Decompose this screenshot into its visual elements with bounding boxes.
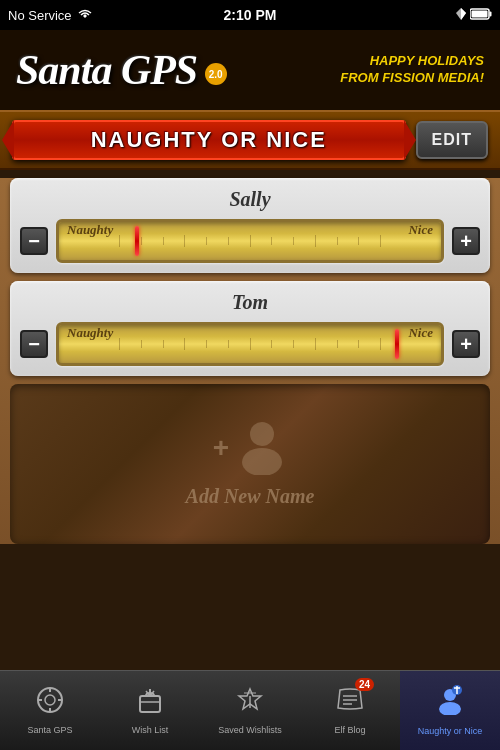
tab-naughty-or-nice[interactable]: Naughty or Nice	[400, 671, 500, 750]
tab-saved-wishlists[interactable]: Saved Wishlists	[200, 671, 300, 750]
person-name-sally: Sally	[10, 188, 490, 211]
add-plus-icon: +	[213, 432, 229, 464]
tab-bar: Santa GPS Wish List Saved Wishlists	[0, 670, 500, 750]
saved-wishlists-label: Saved Wishlists	[218, 725, 282, 735]
svg-rect-2	[472, 10, 488, 17]
gauge-row-tom: − Naughty Nice	[10, 322, 490, 366]
status-bar: No Service 2:10 PM	[0, 0, 500, 30]
person-silhouette-icon	[237, 420, 287, 475]
elf-blog-label: Elf Blog	[334, 725, 365, 735]
tab-wish-list[interactable]: Wish List	[100, 671, 200, 750]
banner-bar: Naughty or Nice EDIT	[0, 110, 500, 170]
wish-list-label: Wish List	[132, 725, 169, 735]
minus-button-tom[interactable]: −	[20, 330, 48, 358]
person-card-sally: Sally − Naughty Nice	[10, 178, 490, 273]
add-new-name-section[interactable]: + Add New Name	[10, 384, 490, 544]
svg-point-3	[250, 422, 274, 446]
svg-point-23	[439, 702, 461, 715]
gauge-indicator-tom	[395, 329, 399, 359]
location-icon	[456, 8, 466, 23]
saved-wishlists-icon	[236, 686, 264, 721]
santa-gps-label: Santa GPS	[27, 725, 72, 735]
add-icon-group: +	[213, 420, 287, 475]
elf-blog-badge: 24	[355, 678, 374, 691]
elf-blog-badge-container: 24	[336, 686, 364, 721]
naughty-nice-ribbon: Naughty or Nice	[12, 120, 406, 160]
add-name-label: Add New Name	[186, 485, 315, 508]
holiday-text: Happy Holidays From Fission Media!	[340, 53, 484, 87]
tab-santa-gps[interactable]: Santa GPS	[0, 671, 100, 750]
tab-elf-blog[interactable]: 24 Elf Blog	[300, 671, 400, 750]
gauge-tom: Naughty Nice	[56, 322, 444, 366]
svg-point-6	[45, 695, 55, 705]
person-name-tom: Tom	[10, 291, 490, 314]
plus-button-sally[interactable]: +	[452, 227, 480, 255]
no-service-text: No Service	[8, 8, 72, 23]
naughty-or-nice-icon	[435, 685, 465, 722]
gauge-row-sally: − Naughty Nice	[10, 219, 490, 263]
wish-list-icon	[136, 686, 164, 721]
battery-icon	[470, 8, 492, 23]
santa-gps-icon	[36, 686, 64, 721]
time-display: 2:10 PM	[224, 7, 277, 23]
main-content: Sally − Naughty Nice	[0, 178, 500, 544]
app-logo: Santa GPS	[16, 47, 197, 93]
header: Santa GPS 2.0 Happy Holidays From Fissio…	[0, 30, 500, 110]
status-right	[456, 8, 492, 23]
edit-button[interactable]: EDIT	[416, 121, 488, 159]
status-left: No Service	[8, 8, 93, 23]
svg-rect-1	[490, 11, 492, 16]
svg-rect-11	[140, 696, 160, 712]
gauge-indicator-sally	[135, 226, 139, 256]
svg-point-4	[242, 448, 282, 475]
wifi-icon	[77, 8, 93, 23]
elf-blog-icon	[336, 690, 364, 720]
gauge-sally: Naughty Nice	[56, 219, 444, 263]
version-badge: 2.0	[205, 63, 227, 85]
logo-area: Santa GPS 2.0	[16, 46, 227, 94]
plus-button-tom[interactable]: +	[452, 330, 480, 358]
banner-title: Naughty or Nice	[91, 127, 327, 153]
naughty-or-nice-label: Naughty or Nice	[418, 726, 483, 736]
minus-button-sally[interactable]: −	[20, 227, 48, 255]
person-card-tom: Tom − Naughty Nice	[10, 281, 490, 376]
